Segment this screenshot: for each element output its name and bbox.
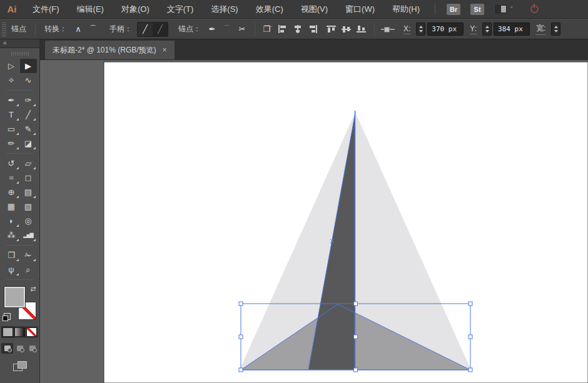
convert-label: 转换： xyxy=(44,24,67,34)
cut-path-button[interactable]: ✂ xyxy=(235,22,250,36)
align-center-horizontal-icon[interactable] xyxy=(290,22,305,36)
width-stepper[interactable] xyxy=(551,22,560,36)
shape-builder-tool[interactable]: ⊕ xyxy=(3,185,20,199)
reference-point-widget[interactable] xyxy=(381,26,395,32)
slice-tool[interactable]: ✁ xyxy=(20,248,37,262)
toolbar-grip[interactable] xyxy=(11,52,29,56)
cs-live-icon[interactable] xyxy=(530,5,539,13)
eyedropper-tool[interactable]: ◗ xyxy=(3,214,20,228)
magic-wand-tool[interactable]: ✧ xyxy=(3,73,20,87)
align-bottom-icon[interactable] xyxy=(354,22,369,36)
toolbar: ▷ ▶ ✧ ∿ ✒ ✑ T xyxy=(0,48,39,383)
gradient-tool[interactable]: ▧ xyxy=(20,199,37,214)
paintbrush-tool[interactable]: ✎ xyxy=(20,122,37,136)
context-label: 锚点 xyxy=(11,24,26,34)
chevron-down-icon: ˇ xyxy=(510,6,513,13)
convert-to-corner-button[interactable]: ∧ xyxy=(71,22,86,36)
width-tool[interactable]: ≈ xyxy=(3,171,20,185)
type-tool[interactable]: T xyxy=(3,107,20,122)
fill-swatch[interactable] xyxy=(4,287,25,307)
document-tab-bar: 未标题-2* @ 101% (RGB/预览) × xyxy=(40,39,588,60)
tools-dock: « ▷ ▶ ✧ ∿ ✒ xyxy=(0,39,40,383)
menu-window[interactable]: 窗口(W) xyxy=(339,0,381,18)
curvature-pen-tool[interactable]: ✑ xyxy=(20,93,37,107)
selection-handle-e[interactable] xyxy=(469,335,472,339)
menu-object[interactable]: 对象(O) xyxy=(115,0,156,18)
menu-view[interactable]: 视图(V) xyxy=(295,0,334,18)
workspace-switcher[interactable]: ˇ xyxy=(495,5,513,13)
y-input[interactable]: 384 px xyxy=(494,22,530,36)
line-segment-tool[interactable]: ╱ xyxy=(20,107,37,122)
lasso-tool[interactable]: ∿ xyxy=(20,73,37,87)
hand-tool[interactable]: ψ xyxy=(3,262,20,277)
close-icon[interactable]: × xyxy=(163,46,167,54)
draw-normal-button[interactable] xyxy=(1,343,13,354)
hide-handles-button[interactable]: ╱ xyxy=(153,22,168,36)
mini-bridge-button[interactable]: St xyxy=(470,4,484,15)
handles-label: 手柄： xyxy=(109,24,132,34)
x-label[interactable]: X: xyxy=(403,24,410,34)
align-center-vertical-icon[interactable] xyxy=(339,22,354,36)
pencil-tool[interactable]: ✏ xyxy=(3,136,20,151)
isolate-artboard-button[interactable]: ❐ˇ xyxy=(260,22,275,36)
selection-handle-s[interactable] xyxy=(354,368,358,372)
draw-behind-button[interactable] xyxy=(14,343,26,354)
color-button[interactable] xyxy=(3,327,13,337)
workspace-icon xyxy=(495,5,507,13)
selection-handle-ne[interactable] xyxy=(469,302,472,306)
selection-tool[interactable]: ▶ xyxy=(20,59,37,73)
menubar-separator xyxy=(435,4,435,14)
bridge-button[interactable]: Br xyxy=(447,4,460,15)
selection-handle-n[interactable] xyxy=(354,302,358,306)
selection-handle-nw[interactable] xyxy=(239,302,243,306)
y-label[interactable]: Y: xyxy=(470,24,477,34)
perspective-grid-tool[interactable]: ▤ xyxy=(20,185,37,199)
screen-mode-button[interactable] xyxy=(13,361,27,371)
default-fill-stroke-icon[interactable] xyxy=(4,313,11,320)
menu-select[interactable]: 选择(S) xyxy=(205,0,244,18)
rotate-tool[interactable]: ↺ xyxy=(3,156,20,171)
remove-anchor-button: ⌒ xyxy=(220,22,235,36)
swap-fill-stroke-icon[interactable]: ⇄ xyxy=(30,285,36,293)
zoom-tool[interactable]: ⌕ xyxy=(20,262,37,277)
selection-handle-se[interactable] xyxy=(469,368,472,372)
show-handles-button[interactable]: ╱ xyxy=(138,22,153,36)
menu-edit[interactable]: 编辑(E) xyxy=(71,0,110,18)
x-stepper[interactable] xyxy=(416,22,425,36)
document-tab[interactable]: 未标题-2* @ 101% (RGB/预览) × xyxy=(45,41,175,59)
none-button[interactable] xyxy=(26,327,37,337)
add-anchor-pen-button[interactable]: ✒ xyxy=(205,22,220,36)
menu-bar: Ai 文件(F) 编辑(E) 对象(O) 文字(T) 选择(S) 效果(C) 视… xyxy=(0,0,588,19)
eraser-tool[interactable]: ◪ xyxy=(20,136,37,151)
menu-file[interactable]: 文件(F) xyxy=(26,0,66,18)
canvas-area[interactable] xyxy=(40,60,588,383)
align-top-icon[interactable] xyxy=(324,22,339,36)
x-input[interactable]: 370 px xyxy=(427,22,464,36)
scale-tool[interactable]: ▱ xyxy=(20,156,37,171)
selection-handle-w[interactable] xyxy=(239,335,243,339)
menu-type[interactable]: 文字(T) xyxy=(161,0,200,18)
align-left-icon[interactable] xyxy=(275,22,290,36)
y-stepper[interactable] xyxy=(482,22,492,36)
menu-effect[interactable]: 效果(C) xyxy=(250,0,290,18)
convert-to-smooth-button[interactable]: ⌒ xyxy=(86,22,101,36)
menu-help[interactable]: 帮助(H) xyxy=(386,0,426,18)
mesh-tool[interactable]: ▦ xyxy=(3,199,20,214)
selection-handle-sw[interactable] xyxy=(239,368,243,372)
width-label[interactable]: 宽: xyxy=(536,23,545,35)
blend-tool[interactable]: ◎ xyxy=(20,214,37,228)
gradient-button[interactable] xyxy=(14,327,25,337)
artwork-svg xyxy=(40,60,588,383)
rectangle-tool[interactable]: ▭ xyxy=(3,122,20,136)
free-transform-tool[interactable]: ◻ xyxy=(20,171,37,185)
direct-selection-tool[interactable]: ▷ xyxy=(3,59,20,73)
symbol-sprayer-tool[interactable]: ⁂ xyxy=(3,228,20,242)
panel-grip[interactable] xyxy=(2,22,6,36)
artboard-tool[interactable]: ❐ xyxy=(3,248,20,262)
collapse-panel-button[interactable]: « xyxy=(0,39,39,48)
align-right-icon[interactable] xyxy=(305,22,320,36)
control-bar: 锚点 转换： ∧ ⌒ 手柄： ╱ ╱ 锚点： ✒ ⌒ ✂ ❐ˇ X: 370 p… xyxy=(0,19,588,39)
draw-inside-button[interactable] xyxy=(26,343,38,354)
pen-tool[interactable]: ✒ xyxy=(3,93,20,107)
column-graph-tool[interactable]: ▂▅▇ xyxy=(20,228,37,242)
